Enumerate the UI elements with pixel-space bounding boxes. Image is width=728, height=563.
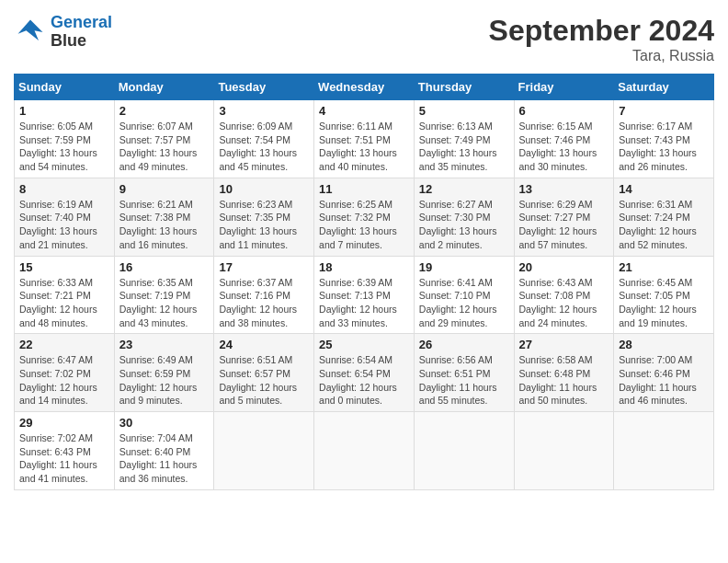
calendar-empty-cell: [214, 412, 314, 490]
day-number: 21: [619, 260, 709, 274]
day-number: 10: [219, 182, 309, 196]
weekday-header-sunday: Sunday: [15, 75, 115, 100]
calendar-empty-cell: [614, 412, 714, 490]
day-info: Sunrise: 6:13 AMSunset: 7:49 PMDaylight:…: [419, 120, 509, 174]
day-number: 14: [619, 182, 709, 196]
day-info: Sunrise: 7:02 AMSunset: 6:43 PMDaylight:…: [19, 431, 109, 486]
calendar-empty-cell: [514, 412, 614, 490]
day-number: 9: [119, 182, 210, 196]
calendar-empty-cell: [314, 412, 415, 490]
day-number: 15: [19, 260, 109, 274]
day-number: 20: [519, 260, 609, 274]
calendar-day-cell: 12Sunrise: 6:27 AMSunset: 7:30 PMDayligh…: [414, 178, 514, 256]
day-info: Sunrise: 6:05 AMSunset: 7:59 PMDaylight:…: [19, 120, 109, 174]
calendar-week-row: 8Sunrise: 6:19 AMSunset: 7:40 PMDaylight…: [15, 178, 714, 256]
calendar-day-cell: 22Sunrise: 6:47 AMSunset: 7:02 PMDayligh…: [15, 334, 115, 412]
day-info: Sunrise: 6:37 AMSunset: 7:16 PMDaylight:…: [219, 276, 309, 330]
calendar-day-cell: 2Sunrise: 6:07 AMSunset: 7:57 PMDaylight…: [114, 100, 214, 178]
calendar-day-cell: 26Sunrise: 6:56 AMSunset: 6:51 PMDayligh…: [414, 334, 514, 412]
day-number: 28: [619, 338, 709, 351]
day-number: 30: [119, 416, 210, 430]
day-info: Sunrise: 6:49 AMSunset: 6:59 PMDaylight:…: [119, 353, 210, 408]
calendar-week-row: 29Sunrise: 7:02 AMSunset: 6:43 PMDayligh…: [15, 412, 714, 490]
calendar-day-cell: 9Sunrise: 6:21 AMSunset: 7:38 PMDaylight…: [114, 178, 214, 256]
calendar-table: SundayMondayTuesdayWednesdayThursdayFrid…: [14, 74, 714, 490]
day-info: Sunrise: 7:04 AMSunset: 6:40 PMDaylight:…: [119, 431, 210, 486]
day-number: 19: [419, 260, 509, 274]
calendar-day-cell: 28Sunrise: 7:00 AMSunset: 6:46 PMDayligh…: [614, 334, 714, 412]
month-title: September 2024: [489, 14, 714, 48]
day-number: 8: [19, 182, 109, 196]
day-number: 27: [519, 338, 609, 351]
location: Tara, Russia: [489, 48, 714, 64]
day-number: 3: [219, 104, 309, 118]
day-info: Sunrise: 6:56 AMSunset: 6:51 PMDaylight:…: [419, 353, 509, 408]
weekday-header-saturday: Saturday: [614, 75, 714, 100]
day-number: 11: [319, 182, 409, 196]
day-number: 26: [419, 338, 509, 351]
calendar-day-cell: 23Sunrise: 6:49 AMSunset: 6:59 PMDayligh…: [114, 334, 214, 412]
calendar-day-cell: 14Sunrise: 6:31 AMSunset: 7:24 PMDayligh…: [614, 178, 714, 256]
day-number: 7: [619, 104, 709, 118]
day-info: Sunrise: 6:11 AMSunset: 7:51 PMDaylight:…: [319, 120, 409, 174]
day-info: Sunrise: 6:31 AMSunset: 7:24 PMDaylight:…: [619, 198, 709, 252]
calendar-day-cell: 8Sunrise: 6:19 AMSunset: 7:40 PMDaylight…: [15, 178, 115, 256]
day-info: Sunrise: 6:27 AMSunset: 7:30 PMDaylight:…: [419, 198, 509, 252]
day-info: Sunrise: 6:33 AMSunset: 7:21 PMDaylight:…: [19, 276, 109, 330]
calendar-day-cell: 1Sunrise: 6:05 AMSunset: 7:59 PMDaylight…: [15, 100, 115, 178]
calendar-body: 1Sunrise: 6:05 AMSunset: 7:59 PMDaylight…: [15, 100, 714, 490]
day-info: Sunrise: 6:25 AMSunset: 7:32 PMDaylight:…: [319, 198, 409, 252]
calendar-day-cell: 18Sunrise: 6:39 AMSunset: 7:13 PMDayligh…: [314, 256, 415, 334]
calendar-day-cell: 16Sunrise: 6:35 AMSunset: 7:19 PMDayligh…: [114, 256, 214, 334]
day-info: Sunrise: 6:54 AMSunset: 6:54 PMDaylight:…: [319, 353, 409, 408]
calendar-week-row: 15Sunrise: 6:33 AMSunset: 7:21 PMDayligh…: [15, 256, 714, 334]
calendar-header-row: SundayMondayTuesdayWednesdayThursdayFrid…: [15, 75, 714, 100]
day-number: 6: [519, 104, 609, 118]
day-info: Sunrise: 6:23 AMSunset: 7:35 PMDaylight:…: [219, 198, 309, 252]
weekday-header-wednesday: Wednesday: [314, 75, 415, 100]
day-info: Sunrise: 6:19 AMSunset: 7:40 PMDaylight:…: [19, 198, 109, 252]
calendar-day-cell: 15Sunrise: 6:33 AMSunset: 7:21 PMDayligh…: [15, 256, 115, 334]
day-info: Sunrise: 7:00 AMSunset: 6:46 PMDaylight:…: [619, 353, 709, 408]
day-number: 29: [19, 416, 109, 430]
day-number: 22: [19, 338, 109, 351]
svg-marker-0: [18, 19, 43, 40]
calendar-day-cell: 6Sunrise: 6:15 AMSunset: 7:46 PMDaylight…: [514, 100, 614, 178]
day-info: Sunrise: 6:43 AMSunset: 7:08 PMDaylight:…: [519, 276, 609, 330]
day-info: Sunrise: 6:51 AMSunset: 6:57 PMDaylight:…: [219, 353, 309, 408]
calendar-day-cell: 30Sunrise: 7:04 AMSunset: 6:40 PMDayligh…: [114, 412, 214, 490]
calendar-day-cell: 13Sunrise: 6:29 AMSunset: 7:27 PMDayligh…: [514, 178, 614, 256]
day-number: 25: [319, 338, 409, 351]
calendar-day-cell: 19Sunrise: 6:41 AMSunset: 7:10 PMDayligh…: [414, 256, 514, 334]
calendar-day-cell: 4Sunrise: 6:11 AMSunset: 7:51 PMDaylight…: [314, 100, 415, 178]
day-number: 24: [219, 338, 309, 351]
calendar-day-cell: 10Sunrise: 6:23 AMSunset: 7:35 PMDayligh…: [214, 178, 314, 256]
weekday-header-tuesday: Tuesday: [214, 75, 314, 100]
day-number: 12: [419, 182, 509, 196]
day-info: Sunrise: 6:29 AMSunset: 7:27 PMDaylight:…: [519, 198, 609, 252]
weekday-header-monday: Monday: [114, 75, 214, 100]
day-info: Sunrise: 6:35 AMSunset: 7:19 PMDaylight:…: [119, 276, 210, 330]
day-number: 18: [319, 260, 409, 274]
day-number: 4: [319, 104, 409, 118]
calendar-day-cell: 5Sunrise: 6:13 AMSunset: 7:49 PMDaylight…: [414, 100, 514, 178]
weekday-header-thursday: Thursday: [414, 75, 514, 100]
day-number: 23: [119, 338, 210, 351]
calendar-day-cell: 3Sunrise: 6:09 AMSunset: 7:54 PMDaylight…: [214, 100, 314, 178]
day-info: Sunrise: 6:45 AMSunset: 7:05 PMDaylight:…: [619, 276, 709, 330]
calendar-day-cell: 24Sunrise: 6:51 AMSunset: 6:57 PMDayligh…: [214, 334, 314, 412]
weekday-header-friday: Friday: [514, 75, 614, 100]
calendar-day-cell: 20Sunrise: 6:43 AMSunset: 7:08 PMDayligh…: [514, 256, 614, 334]
day-info: Sunrise: 6:41 AMSunset: 7:10 PMDaylight:…: [419, 276, 509, 330]
day-number: 13: [519, 182, 609, 196]
day-info: Sunrise: 6:58 AMSunset: 6:48 PMDaylight:…: [519, 353, 609, 408]
day-info: Sunrise: 6:21 AMSunset: 7:38 PMDaylight:…: [119, 198, 210, 252]
day-info: Sunrise: 6:15 AMSunset: 7:46 PMDaylight:…: [519, 120, 609, 174]
day-number: 17: [219, 260, 309, 274]
day-number: 5: [419, 104, 509, 118]
calendar-day-cell: 27Sunrise: 6:58 AMSunset: 6:48 PMDayligh…: [514, 334, 614, 412]
calendar-empty-cell: [414, 412, 514, 490]
day-number: 16: [119, 260, 210, 274]
calendar-day-cell: 29Sunrise: 7:02 AMSunset: 6:43 PMDayligh…: [15, 412, 115, 490]
day-number: 1: [19, 104, 109, 118]
